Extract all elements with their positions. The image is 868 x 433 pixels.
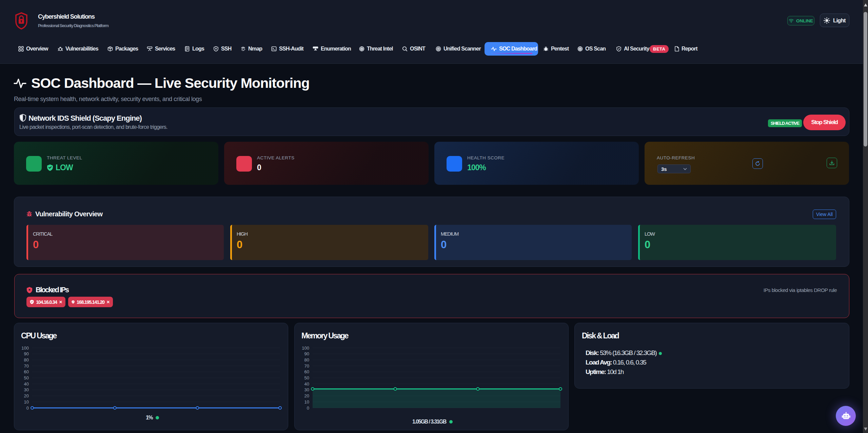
svg-text:60: 60 — [304, 369, 309, 374]
svg-text:40: 40 — [24, 381, 29, 387]
svg-text:60: 60 — [24, 369, 29, 374]
svg-text:0: 0 — [307, 406, 309, 411]
svg-text:90: 90 — [24, 351, 29, 356]
svg-text:0: 0 — [26, 406, 29, 411]
svg-text:80: 80 — [304, 357, 309, 362]
svg-text:90: 90 — [304, 351, 309, 356]
svg-text:30: 30 — [24, 387, 29, 392]
svg-text:20: 20 — [304, 393, 309, 398]
svg-text:30: 30 — [304, 387, 309, 392]
svg-text:40: 40 — [304, 381, 309, 387]
svg-text:10: 10 — [24, 399, 29, 405]
svg-text:20: 20 — [24, 393, 29, 398]
svg-text:50: 50 — [24, 375, 29, 380]
svg-text:10: 10 — [304, 399, 309, 405]
svg-text:100: 100 — [302, 346, 309, 351]
svg-text:70: 70 — [24, 363, 29, 369]
svg-text:50: 50 — [304, 375, 309, 380]
svg-text:80: 80 — [24, 357, 29, 362]
svg-text:70: 70 — [304, 363, 309, 369]
svg-text:100: 100 — [21, 346, 29, 351]
